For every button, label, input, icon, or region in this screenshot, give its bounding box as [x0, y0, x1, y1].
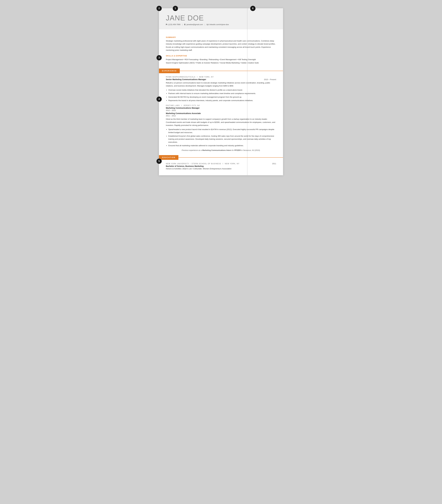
annotation-5: 5 — [157, 159, 162, 164]
education-bar: EDUCATION — [159, 155, 283, 160]
page-wrapper: 1 2 3 4 5 6 JANE DOE P: (123) 456-7890 |… — [159, 8, 283, 175]
linkedin-value: linkedin.com/in/jane-doe — [210, 23, 229, 25]
sep-2: | — [205, 23, 205, 25]
experience-line — [180, 71, 283, 71]
skills-heading: SKILLS & EXPERTISE — [166, 55, 276, 57]
job-1-bullet-2: Partners with internal teams to ensure m… — [168, 92, 276, 95]
job-2-date: 2012 – 2015 — [166, 109, 276, 111]
job-1-bullets: Oversaw social media initiatives that el… — [168, 89, 276, 102]
job-2-title2: Marketing Communications Associate — [166, 112, 276, 114]
previous-experience-note: Previous experience as a Marketing Commu… — [166, 149, 276, 151]
resume-document: JANE DOE P: (123) 456-7890 | E: janedoe@… — [159, 8, 283, 175]
edu-degree: Bachelor of Science, Business Marketing — [166, 165, 276, 167]
experience-heading: EXPERIENCE — [159, 69, 180, 73]
phone-label: P: — [166, 23, 168, 25]
annotation-1: 1 — [173, 6, 178, 11]
job-2-bullet-2: Established Enzyme's first global sales … — [168, 135, 276, 144]
edu-school-name: NEW YORK UNIVERSITY – STERN SCHOOL OF BU… — [166, 163, 239, 165]
job-1-bullet-1: Oversaw social media initiatives that el… — [168, 89, 276, 91]
education-entry-1: NEW YORK UNIVERSITY – STERN SCHOOL OF BU… — [166, 162, 276, 170]
edu-year: 2011 — [272, 162, 276, 165]
annotation-3: 3 — [157, 55, 162, 60]
job-1-bullet-3: Generated $3.5M ROI by developing an eve… — [168, 96, 276, 99]
sep-1: | — [182, 23, 182, 25]
edu-honors: Honors & Activities: Dean's List / Cofou… — [166, 168, 276, 170]
skills-line1: Project Management • ROI Forecasting • B… — [166, 58, 276, 61]
experience-bar: EXPERIENCE — [159, 69, 283, 73]
job-2-company: ENZYME LABS I Jersey City, NJ — [166, 105, 276, 107]
job-2: ENZYME LABS I Jersey City, NJ Marketing … — [166, 105, 276, 147]
email-value: janedoe@gmail.com — [187, 23, 203, 25]
email-label: E: — [184, 23, 186, 25]
job-1-title: Senior Marketing Communications Manager — [166, 78, 206, 81]
resume-header: JANE DOE P: (123) 456-7890 | E: janedoe@… — [159, 8, 283, 29]
linkedin-label: Li: — [207, 23, 209, 25]
job-1: ROWE BIOPHARMACEUTICALS I New York, NY S… — [166, 76, 276, 102]
job-2-date2: 2011 – 2012 — [166, 115, 276, 117]
job-1-desc: Rebuilt a 12-person communications team … — [166, 81, 276, 88]
job-1-company: ROWE BIOPHARMACEUTICALS I New York, NY — [166, 76, 276, 78]
edu-school-row: NEW YORK UNIVERSITY – STERN SCHOOL OF BU… — [166, 162, 276, 165]
skills-line2: Search Engine Optimization (SEO) • Publi… — [166, 61, 276, 65]
job-1-title-row: Senior Marketing Communications Manager … — [166, 78, 276, 81]
annotation-6: 6 — [250, 6, 255, 11]
summary-heading: SUMMARY — [166, 36, 276, 38]
annotation-2: 2 — [157, 6, 162, 11]
summary-text: Strategic marketing professional with ei… — [166, 39, 276, 52]
contact-info: P: (123) 456-7890 | E: janedoe@gmail.com… — [166, 23, 276, 25]
phone-value: (123) 456-7890 — [168, 23, 180, 25]
job-1-bullet-4: Represents the brand in all press interv… — [168, 99, 276, 102]
job-2-bullet-1: Spearheaded a new product launch that re… — [168, 128, 276, 134]
job-2-title-row: Marketing Communications Manager — [166, 107, 276, 109]
job-2-desc: Hired as the third member of marketing t… — [166, 118, 276, 127]
education-line — [178, 157, 283, 158]
job-1-date: 2015 – Present — [264, 78, 276, 81]
resume-body: SUMMARY Strategic marketing professional… — [159, 29, 283, 175]
annotation-4: 4 — [157, 96, 162, 102]
job-2-bullet-3: Ensured that all marketing materials adh… — [168, 144, 276, 147]
education-heading: EDUCATION — [159, 155, 178, 160]
candidate-name: JANE DOE — [166, 14, 276, 22]
job-2-title: Marketing Communications Manager — [166, 107, 200, 109]
job-2-bullets: Spearheaded a new product launch that re… — [168, 128, 276, 147]
